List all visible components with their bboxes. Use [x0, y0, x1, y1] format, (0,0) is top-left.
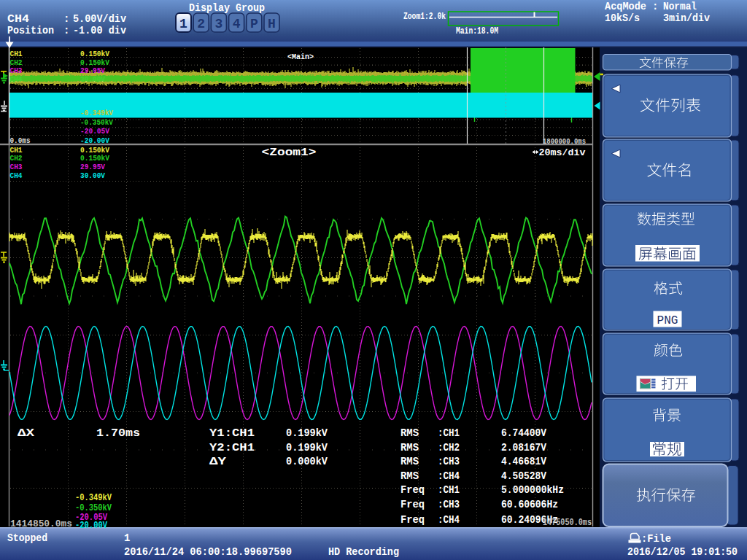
svg-text:1475050.0ms: 1475050.0ms [543, 517, 592, 528]
svg-text:H: H [268, 17, 276, 31]
svg-text::CH3: :CH3 [438, 456, 460, 467]
svg-text:1.70ms: 1.70ms [96, 427, 140, 439]
svg-text:-20.00V: -20.00V [80, 136, 110, 145]
svg-text:2.08167V: 2.08167V [501, 442, 547, 454]
svg-text:RMS: RMS [400, 427, 419, 439]
svg-text:P: P [250, 17, 258, 31]
svg-text:Zoom1:2.0k: Zoom1:2.0k [403, 12, 446, 22]
svg-text:29.95V: 29.95V [80, 163, 106, 171]
svg-text:2016/12/05 19:01:50: 2016/12/05 19:01:50 [627, 546, 738, 558]
svg-text:Y2:CH1: Y2:CH1 [209, 442, 255, 454]
svg-text::File: :File [641, 533, 671, 545]
svg-text:Freq: Freq [400, 499, 425, 510]
svg-text:<Zoom1>: <Zoom1> [262, 147, 317, 158]
svg-text:Freq: Freq [400, 484, 425, 496]
svg-text:60.60606Hz: 60.60606Hz [501, 499, 558, 510]
svg-text:RMS: RMS [400, 442, 419, 454]
svg-text:RMS: RMS [400, 470, 419, 482]
svg-text:CH1: CH1 [10, 50, 23, 58]
svg-text::CH4: :CH4 [438, 514, 460, 526]
svg-text:3min/div: 3min/div [663, 12, 711, 24]
svg-text:20ms/div: 20ms/div [539, 147, 586, 158]
svg-text:CH2: CH2 [10, 154, 23, 163]
svg-text:10kS/s: 10kS/s [605, 12, 640, 24]
svg-text:2016/11/24 06:00:18.99697590: 2016/11/24 06:00:18.99697590 [124, 546, 292, 558]
svg-text:30.00V: 30.00V [80, 171, 106, 180]
svg-text:-20.05V: -20.05V [80, 127, 110, 136]
svg-text::: : [652, 1, 658, 12]
svg-text:0.150kV: 0.150kV [80, 58, 110, 67]
svg-text:1: 1 [179, 17, 187, 31]
svg-text:Y1:CH1: Y1:CH1 [209, 427, 255, 439]
svg-text::CH2: :CH2 [438, 442, 460, 454]
svg-text:-0.350kV: -0.350kV [75, 503, 112, 513]
svg-text:Main:18.0M: Main:18.0M [456, 26, 498, 36]
svg-text:<Main>: <Main> [287, 52, 314, 61]
svg-text:0.150kV: 0.150kV [80, 154, 110, 163]
svg-text:2: 2 [197, 17, 205, 31]
svg-text:3: 3 [214, 17, 222, 31]
svg-text:Display Group: Display Group [189, 2, 265, 14]
svg-text:0.150kV: 0.150kV [80, 146, 110, 155]
svg-text::CH1: :CH1 [438, 484, 460, 496]
svg-text:CH3: CH3 [10, 66, 23, 75]
svg-text:29.95V: 29.95V [80, 66, 106, 75]
svg-text::CH3: :CH3 [438, 499, 460, 510]
svg-text:-0.349kV: -0.349kV [75, 493, 112, 503]
svg-text:CH1: CH1 [10, 146, 23, 155]
svg-text:-0.349kV: -0.349kV [80, 109, 114, 117]
svg-text:ΔX: ΔX [18, 427, 35, 439]
svg-text:CH4: CH4 [7, 13, 29, 25]
svg-text:0.199kV: 0.199kV [286, 442, 328, 454]
svg-text:-1.00 div: -1.00 div [73, 25, 127, 36]
svg-text:5.00V/div: 5.00V/div [73, 13, 127, 25]
svg-text:ΔY: ΔY [209, 456, 227, 467]
svg-text:0.199kV: 0.199kV [286, 427, 328, 439]
svg-text:Stopped: Stopped [7, 532, 47, 544]
svg-text:4.50528V: 4.50528V [501, 470, 547, 482]
svg-text:RMS: RMS [400, 456, 419, 467]
svg-text:Position: Position [7, 25, 54, 36]
svg-text:PNG: PNG [657, 314, 678, 327]
svg-text:4.46681V: 4.46681V [501, 456, 547, 467]
svg-text:Freq: Freq [400, 514, 425, 526]
svg-text:Normal: Normal [663, 1, 697, 12]
svg-text:6.74400V: 6.74400V [501, 427, 547, 439]
svg-text:0.0ms: 0.0ms [10, 136, 31, 145]
svg-text:5.000000kHz: 5.000000kHz [501, 484, 564, 496]
svg-text:0.150kV: 0.150kV [80, 50, 110, 58]
svg-text:CH3: CH3 [10, 163, 23, 171]
svg-text::: : [63, 13, 69, 25]
svg-text:CH4: CH4 [10, 171, 23, 180]
svg-text:1414850.0ms: 1414850.0ms [10, 518, 72, 529]
svg-text:HD Recording: HD Recording [328, 546, 399, 558]
svg-text:0.000kV: 0.000kV [286, 456, 328, 467]
svg-text:4: 4 [233, 17, 241, 31]
svg-text::CH1: :CH1 [438, 427, 460, 439]
svg-text::: : [63, 25, 69, 36]
svg-text:-20.00V: -20.00V [75, 521, 108, 531]
svg-text:-0.350kV: -0.350kV [80, 118, 114, 127]
svg-text:AcqMode: AcqMode [605, 1, 646, 12]
svg-text:1: 1 [124, 532, 130, 544]
svg-text::CH4: :CH4 [438, 470, 460, 482]
svg-text:CH2: CH2 [10, 58, 23, 67]
